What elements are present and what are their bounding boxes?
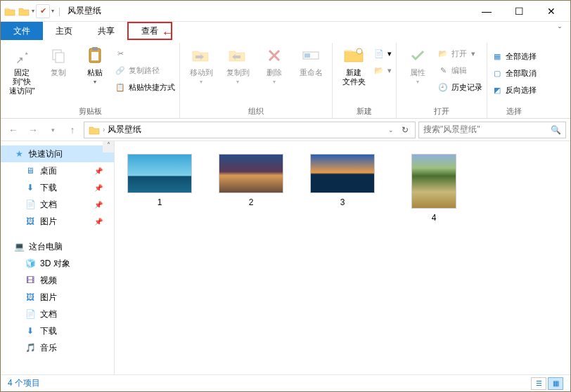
close-button[interactable]: ✕ (535, 1, 567, 22)
recent-locations-button[interactable]: ▾ (44, 122, 61, 138)
cube-icon: 🧊 (25, 258, 36, 269)
collapse-ribbon-button[interactable]: ˇ (549, 22, 570, 40)
new-folder-button[interactable]: 新建 文件夹 (337, 43, 371, 88)
sidebar-item-downloads2[interactable]: ⬇下载 (1, 322, 114, 339)
svg-point-7 (357, 48, 362, 54)
file-item[interactable]: 2 (217, 154, 285, 207)
move-to-button[interactable]: 移动到▾ (184, 43, 218, 86)
paste-button[interactable]: 粘贴 ▾ (78, 43, 112, 86)
music-icon: 🎵 (25, 342, 36, 353)
invert-icon: ◩ (492, 84, 503, 96)
paste-shortcut-button[interactable]: 📋粘贴快捷方式 (115, 79, 175, 95)
file-list[interactable]: 1234 (115, 141, 570, 374)
status-bar: 4 个项目 ☰ ▦ (1, 374, 570, 391)
download-icon: ⬇ (25, 182, 36, 193)
desktop-icon: 🖥 (25, 165, 36, 176)
sidebar-item-this-pc[interactable]: 💻这台电脑 (1, 238, 114, 255)
forward-button[interactable]: → (25, 122, 41, 138)
navigation-pane[interactable]: ˄ ★快速访问 🖥桌面📌 ⬇下载📌 📄文档📌 🖼图片📌 💻这台电脑 🧊3D 对象… (1, 141, 115, 374)
sidebar-item-videos[interactable]: 🎞视频 (1, 272, 114, 289)
details-view-button[interactable]: ☰ (531, 377, 546, 390)
sidebar-item-documents2[interactable]: 📄文档 (1, 306, 114, 322)
up-button[interactable]: ↑ (64, 122, 81, 138)
thumbnail (310, 154, 375, 193)
easy-access-button[interactable]: 📂▾ (373, 63, 392, 78)
select-all-icon: ▦ (492, 51, 503, 62)
sidebar-item-pictures2[interactable]: 🖼图片 (1, 289, 114, 306)
select-none-icon: ▢ (492, 67, 503, 79)
tab-file[interactable]: 文件 (1, 22, 43, 40)
open-icon: 📂 (437, 48, 449, 59)
delete-button[interactable]: 删除▾ (257, 43, 291, 86)
delete-icon (263, 44, 286, 67)
pin-icon: 📌 (94, 184, 103, 192)
back-button[interactable]: ← (5, 122, 22, 138)
thumbnail (411, 154, 456, 209)
svg-rect-4 (91, 52, 98, 60)
sidebar-item-quick-access[interactable]: ★快速访问 (1, 145, 114, 162)
picture-icon: 🖼 (25, 292, 36, 303)
ribbon-group-organize: 移动到▾ 复制到▾ 删除▾ 重命名 组织 (180, 43, 333, 118)
scissors-icon: ✂ (115, 48, 126, 59)
sidebar-item-music[interactable]: 🎵音乐 (1, 339, 114, 356)
item-count: 4 个项目 (8, 377, 40, 389)
svg-rect-6 (304, 53, 310, 58)
paste-icon (84, 44, 106, 67)
copy-button[interactable]: 复制 (41, 43, 75, 79)
tab-share[interactable]: 共享 (85, 22, 127, 40)
edit-button[interactable]: ✎编辑 (437, 63, 482, 78)
select-all-button[interactable]: ▦全部选择 (492, 48, 537, 64)
cut-button[interactable]: ✂ (115, 46, 175, 61)
move-icon (190, 44, 212, 67)
document-icon: 📄 (25, 308, 36, 320)
select-none-button[interactable]: ▢全部取消 (492, 65, 537, 81)
rename-icon (300, 44, 322, 67)
file-item[interactable]: 1 (126, 154, 193, 207)
pin-icon: 📌 (94, 201, 103, 209)
properties-button[interactable]: 属性▾ (401, 43, 435, 86)
svg-rect-3 (92, 47, 98, 51)
document-icon: 📄 (25, 199, 36, 210)
scroll-up-button[interactable]: ˄ (103, 141, 114, 152)
address-dropdown[interactable]: ⌄ (385, 126, 397, 133)
edit-icon: ✎ (437, 65, 449, 76)
open-button[interactable]: 📂打开▾ (437, 46, 482, 61)
address-bar[interactable]: › 风景壁纸 ⌄ ↻ (84, 122, 416, 138)
history-button[interactable]: 🕘历史记录 (437, 79, 482, 95)
search-input[interactable]: 搜索"风景壁纸" 🔍 (418, 122, 566, 138)
download-icon: ⬇ (25, 325, 36, 337)
file-name: 2 (249, 197, 254, 207)
thumbnail (219, 154, 283, 193)
rename-button[interactable]: 重命名 (294, 43, 328, 79)
sidebar-item-3d-objects[interactable]: 🧊3D 对象 (1, 255, 114, 272)
invert-selection-button[interactable]: ◩反向选择 (492, 82, 537, 98)
folder-icon[interactable] (18, 5, 30, 18)
copy-path-button[interactable]: 🔗复制路径 (115, 63, 175, 78)
sidebar-item-documents[interactable]: 📄文档📌 (1, 196, 114, 213)
copy-icon (47, 44, 70, 67)
sidebar-item-pictures[interactable]: 🖼图片📌 (1, 213, 114, 230)
sidebar-item-downloads[interactable]: ⬇下载📌 (1, 179, 114, 196)
minimize-button[interactable]: — (470, 1, 503, 22)
annotation-arrow: ← (161, 25, 175, 41)
refresh-button[interactable]: ↻ (397, 125, 413, 135)
maximize-button[interactable]: ☐ (503, 1, 535, 22)
thumbnails-view-button[interactable]: ▦ (548, 377, 563, 390)
properties-icon (406, 44, 429, 67)
file-name: 3 (340, 197, 345, 207)
file-item[interactable]: 3 (309, 154, 376, 207)
picture-icon: 🖼 (25, 216, 36, 227)
sidebar-item-desktop[interactable]: 🖥桌面📌 (1, 162, 114, 179)
address-folder-icon[interactable] (86, 125, 103, 135)
ribbon-group-clipboard: 固定到"快 速访问" 复制 粘贴 ▾ ✂ 🔗复制路径 📋粘贴快捷方式 剪贴板 (1, 43, 180, 118)
tab-home[interactable]: 主页 (43, 22, 85, 40)
pin-to-quick-access-button[interactable]: 固定到"快 速访问" (5, 43, 39, 98)
copy-to-button[interactable]: 复制到▾ (221, 43, 255, 86)
file-item[interactable]: 4 (400, 154, 468, 223)
qat-check-icon[interactable]: ✔ (36, 4, 50, 18)
new-item-button[interactable]: 📄▾ (373, 46, 392, 61)
star-icon: ★ (13, 148, 25, 159)
breadcrumb-folder[interactable]: 风景壁纸 (105, 124, 144, 136)
pin-icon: 📌 (94, 167, 103, 175)
pin-label: 固定到"快 速访问" (6, 68, 37, 96)
